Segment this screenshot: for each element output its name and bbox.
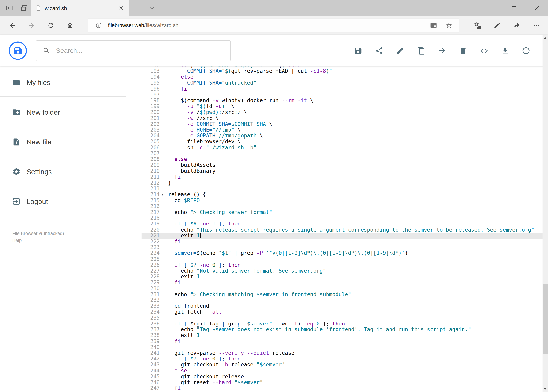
set-tabs-aside-button[interactable] — [2, 0, 17, 16]
code-line[interactable]: 203 -e HOME="//tmp" \ — [142, 127, 548, 133]
new-tab-button[interactable] — [129, 0, 144, 16]
code-line[interactable]: 234 git fetch --all — [142, 309, 548, 315]
sidebar-item-settings[interactable]: Settings — [0, 163, 142, 180]
rename-button[interactable] — [392, 42, 408, 59]
code-line[interactable]: 233 cd frontend — [142, 303, 548, 309]
code-line[interactable]: 227 echo "Not valid semver format. See s… — [142, 268, 548, 274]
help-link[interactable]: Help — [12, 237, 142, 244]
code-line[interactable]: 244 else — [142, 368, 548, 374]
code-line[interactable]: 229 fi — [142, 280, 548, 286]
web-note-button[interactable] — [487, 17, 507, 33]
code-line[interactable]: 218 — [142, 215, 548, 221]
home-button[interactable] — [61, 17, 80, 33]
raw-code-button[interactable] — [476, 42, 492, 59]
site-info-button[interactable] — [92, 19, 104, 31]
code-line[interactable]: 208 else — [142, 156, 548, 162]
sidebar-item-logout[interactable]: Logout — [0, 193, 142, 210]
code-line[interactable]: 212} — [142, 180, 548, 186]
scroll-up-button[interactable] — [542, 35, 548, 41]
code-line[interactable]: 193 COMMIT_SHA="$(git rev-parse HEAD | c… — [142, 68, 548, 74]
code-line[interactable]: 206 sh -c "./wizard.sh -b" — [142, 145, 548, 150]
code-line[interactable]: 242 if [ $? -ne 0 ]; then — [142, 356, 548, 362]
code-line[interactable]: 225 — [142, 256, 548, 262]
app-logo[interactable] — [9, 42, 27, 60]
code-line[interactable]: 201 -w //src \ — [142, 115, 548, 121]
code-line[interactable]: 247 fi — [142, 385, 548, 392]
save-button[interactable] — [350, 42, 366, 59]
code-line[interactable]: 207 — [142, 150, 548, 156]
code-line[interactable]: 195 COMMIT_SHA="untracked" — [142, 80, 548, 86]
browser-tab[interactable]: wizard.sh — [32, 0, 129, 16]
code-line[interactable]: 223 — [142, 245, 548, 250]
code-line[interactable]: 230 — [142, 286, 548, 291]
code-line[interactable]: 197 — [142, 92, 548, 98]
code-line[interactable]: 211 fi — [142, 174, 548, 180]
back-button[interactable] — [3, 17, 22, 33]
code-line[interactable]: 220 echo "This release script requires a… — [142, 227, 548, 233]
code-line[interactable]: 216 — [142, 203, 548, 209]
code-line[interactable]: 217 echo "> Checking semver format" — [142, 209, 548, 215]
code-line[interactable]: 205 filebrowser/dev \ — [142, 139, 548, 145]
code-line[interactable]: 214▾release () { — [142, 192, 548, 197]
code-line[interactable]: 239 fi — [142, 338, 548, 344]
code-line[interactable]: 213 — [142, 186, 548, 192]
share-button[interactable] — [371, 42, 387, 59]
info-button[interactable] — [518, 42, 534, 59]
code-line[interactable]: 235 — [142, 315, 548, 321]
tabs-preview-button[interactable] — [17, 0, 32, 16]
sidebar-item-new-folder[interactable]: New folder — [0, 104, 142, 121]
fold-marker-icon[interactable]: ▾ — [160, 192, 168, 197]
code-line[interactable]: 243 git checkout -b release "$semver" — [142, 362, 548, 368]
code-line[interactable]: 198 $(command -v winpty) docker run --rm… — [142, 98, 548, 104]
minimize-button[interactable] — [480, 0, 503, 16]
code-line[interactable]: 236 if [ $(git tag | grep "$semver" | wc… — [142, 321, 548, 327]
scroll-down-button[interactable] — [542, 386, 548, 392]
sidebar-item-new-file[interactable]: New file — [0, 133, 142, 150]
code-line[interactable]: 237 echo "Tag $semver does not exist in … — [142, 327, 548, 333]
sidebar-item-my-files[interactable]: My files — [0, 74, 142, 91]
tab-close-button[interactable] — [117, 4, 125, 12]
code-line[interactable]: 232 — [142, 297, 548, 303]
code-editor[interactable]: 192 if [ "$(command -v git)" != "" ]; th… — [142, 66, 548, 392]
search-input[interactable] — [56, 47, 224, 54]
code-line[interactable]: 240 — [142, 344, 548, 350]
code-line[interactable]: 226 if [ $? -ne 0 ]; then — [142, 262, 548, 268]
more-menu-button[interactable] — [526, 17, 546, 33]
favorites-hub-button[interactable] — [468, 17, 487, 33]
reading-view-button[interactable] — [428, 19, 439, 31]
code-line[interactable]: 215 cd $REPO — [142, 197, 548, 203]
refresh-button[interactable] — [41, 17, 61, 33]
tab-preview-toggle[interactable] — [144, 0, 160, 16]
delete-button[interactable] — [455, 42, 471, 59]
maximize-button[interactable] — [503, 0, 525, 16]
download-button[interactable] — [497, 42, 513, 59]
forward-button[interactable] — [22, 17, 41, 33]
code-line[interactable]: 221 exit 1 — [142, 233, 548, 238]
code-line[interactable]: 210 buildBinary — [142, 168, 548, 174]
vertical-scrollbar[interactable] — [542, 35, 548, 392]
code-line[interactable]: 196 fi — [142, 86, 548, 92]
search-bar[interactable] — [36, 40, 231, 61]
code-line[interactable]: 241 git rev-parse --verify --quiet relea… — [142, 350, 548, 356]
close-window-button[interactable] — [525, 0, 548, 16]
copy-button[interactable] — [413, 42, 429, 59]
code-line[interactable]: 238 exit 1 — [142, 333, 548, 338]
code-line[interactable]: 200 -v /$(pwd):/src:z \ — [142, 109, 548, 115]
code-line[interactable]: 246 git reset --hard "$semver" — [142, 379, 548, 385]
code-line[interactable]: 224 semver=$(echo "$1" | grep -P '^v(0|[… — [142, 250, 548, 256]
code-line[interactable]: 231 echo "> Checking matching $semver in… — [142, 291, 548, 297]
code-line[interactable]: 222 fi — [142, 238, 548, 245]
browser-share-button[interactable] — [507, 17, 526, 33]
code-line[interactable]: 204 -e GOPATH=//tmp/gopath \ — [142, 133, 548, 139]
scroll-thumb[interactable] — [543, 284, 548, 354]
code-line[interactable]: 219 if [ $# -ne 1 ]; then — [142, 221, 548, 227]
code-line[interactable]: 202 -e COMMIT_SHA=$COMMIT_SHA \ — [142, 121, 548, 127]
favorite-button[interactable] — [443, 19, 455, 31]
move-button[interactable] — [434, 42, 450, 59]
address-bar[interactable]: filebrowser.web/files/wizard.sh — [88, 18, 459, 32]
code-line[interactable]: 209 buildAssets — [142, 162, 548, 168]
code-line[interactable]: 199 -u "$(id -u)" \ — [142, 104, 548, 109]
code-line[interactable]: 245 git checkout release — [142, 374, 548, 379]
code-line[interactable]: 194 else — [142, 74, 548, 80]
code-line[interactable]: 228 exit 1 — [142, 274, 548, 280]
